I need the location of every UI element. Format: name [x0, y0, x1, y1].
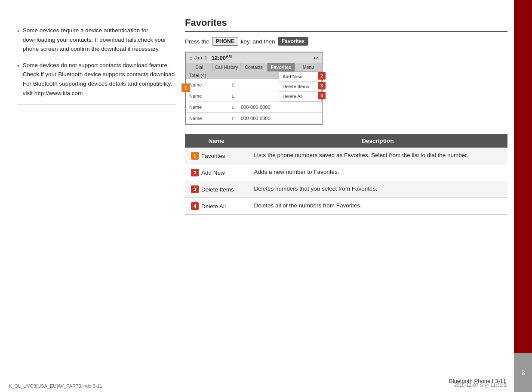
phone-date: Jan. 1 — [194, 55, 207, 60]
phone-list-item-4: Name □ 000-000-0000 — [186, 113, 322, 124]
phone-time: 12:00AM — [212, 54, 232, 61]
dropdown-delete-all[interactable]: Delete All 4 — [279, 92, 321, 101]
bullet-item-1: • Some devices require a device authenti… — [17, 26, 176, 54]
badge-3: 3 — [318, 82, 326, 90]
description-table: Name Description 1 FavoritesLists the ph… — [185, 134, 507, 215]
table-row: 3 Delete ItemsDeletes numbers that you s… — [185, 181, 507, 198]
list-name-2: Name — [189, 93, 232, 99]
list-check-2: □ — [232, 93, 241, 99]
table-row: 4 Delete AllDeletes all of the numbers f… — [185, 198, 507, 215]
dropdown-delete-items[interactable]: Delete Items 3 — [279, 82, 321, 92]
table-name-cell-4: 4 Delete All — [185, 198, 248, 215]
right-sidebar: eo — [514, 0, 532, 392]
col-description-header: Description — [248, 134, 507, 148]
badge-4: 4 — [318, 92, 326, 99]
phone-body: 1 Total (4) Name □ Name □ Name □ 000-000… — [186, 71, 322, 124]
bullet-dot-2: • — [17, 62, 19, 71]
phone-header: ⌂ Jan. 1 12:00AM ↩ — [186, 52, 322, 63]
phone-key-badge: PHONE — [212, 37, 238, 46]
list-check-3: □ — [232, 105, 241, 110]
table-desc-cell-1: Lists the phone numbers saved as Favorit… — [248, 148, 507, 164]
table-desc-cell-2: Adds a new number to Favorites. — [248, 164, 507, 181]
tab-call-history[interactable]: Call History — [213, 63, 240, 71]
list-name-4: Name — [189, 116, 232, 121]
badge-1: 1 — [181, 83, 190, 92]
list-number-4: 000-000-0000 — [241, 116, 271, 121]
tab-dial[interactable]: Dial — [186, 63, 213, 71]
favorites-key-badge: Favorites — [278, 37, 308, 46]
bullet-dot-1: • — [17, 27, 19, 36]
press-instruction: Press the PHONE key, and then Favorites … — [185, 37, 507, 46]
home-icon: ⌂ — [189, 55, 193, 61]
dropdown-add-new[interactable]: Add New 2 — [279, 72, 321, 82]
col-name-header: Name — [185, 134, 248, 148]
bullet-item-2: • Some devices do not support contacts d… — [17, 61, 176, 98]
sidebar-gray-text: eo — [520, 370, 526, 375]
list-name-1: Name — [189, 82, 232, 87]
bullet-text-2: Some devices do not support contacts dow… — [23, 61, 176, 98]
phone-dropdown: Add New 2 Delete Items 3 Delete All 4 — [279, 71, 322, 102]
phone-tabs: Dial Call History Contacts Favorites Men… — [186, 63, 322, 71]
table-header-row: Name Description — [185, 134, 507, 148]
table-name-cell-1: 1 Favorites — [185, 148, 248, 164]
list-number-3: 000-000-0000 — [241, 105, 271, 110]
tab-menu[interactable]: Menu — [295, 63, 322, 71]
table-row: 1 FavoritesLists the phone numbers saved… — [185, 148, 507, 164]
list-check-1: □ — [232, 82, 241, 87]
table-desc-cell-4: Deletes all of the numbers from Favorite… — [248, 198, 507, 215]
sidebar-gray-section: eo — [514, 353, 532, 392]
footer-filename: K_QL_UVO3[USA_EU]AV_PART3.indd 3-11 — [9, 383, 102, 389]
favorites-title: Favorites — [185, 17, 507, 32]
list-name-3: Name — [189, 105, 232, 110]
press-middle: key, and then — [241, 38, 275, 45]
bullet-text-1: Some devices require a device authentica… — [23, 26, 176, 54]
press-suffix: . — [311, 38, 313, 45]
tab-contacts[interactable]: Contacts — [240, 63, 268, 71]
table-row: 2 Add NewAdds a new number to Favorites. — [185, 164, 507, 181]
right-column: Favorites Press the PHONE key, and then … — [185, 17, 507, 215]
list-check-4: □ — [232, 116, 241, 121]
table-name-cell-2: 2 Add New — [185, 164, 248, 181]
footer-date: 2015-12-07 오전 11:31:5 — [454, 382, 506, 389]
badge-2: 2 — [318, 72, 326, 80]
divider — [17, 105, 176, 105]
table-desc-cell-3: Deletes numbers that you select from Fav… — [248, 181, 507, 198]
tab-favorites[interactable]: Favorites — [268, 63, 295, 71]
left-column: • Some devices require a device authenti… — [17, 26, 176, 105]
table-name-cell-3: 3 Delete Items — [185, 181, 248, 198]
press-text: Press the — [185, 38, 209, 45]
total-label: Total (4) — [189, 73, 206, 78]
phone-screen: ⌂ Jan. 1 12:00AM ↩ Dial Call History Con… — [185, 52, 323, 125]
back-icon: ↩ — [314, 55, 318, 61]
phone-list-item-3: Name □ 000-000-0000 — [186, 102, 322, 113]
